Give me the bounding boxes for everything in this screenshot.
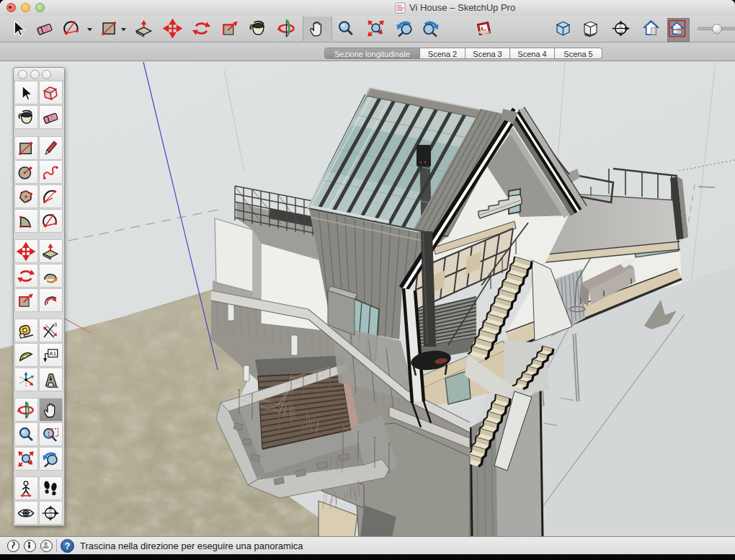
svg-text:C: C bbox=[619, 24, 623, 28]
svg-text:2.6: 2.6 bbox=[619, 30, 624, 33]
svg-text:2.6: 2.6 bbox=[48, 514, 53, 517]
svg-text:A1: A1 bbox=[49, 350, 56, 357]
svg-text:C: C bbox=[49, 509, 52, 513]
svg-text:3: 3 bbox=[54, 321, 57, 328]
